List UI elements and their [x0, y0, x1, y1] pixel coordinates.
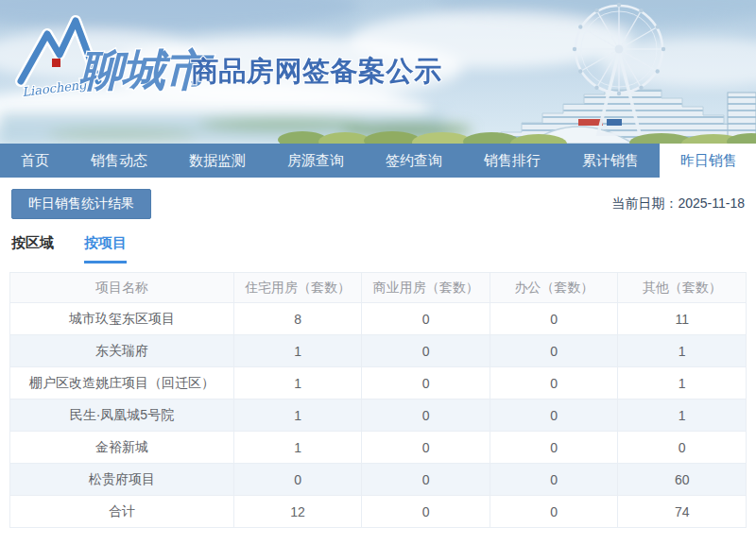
nav-item-data-monitor[interactable]: 数据监测 — [168, 144, 266, 178]
residential-cell: 1 — [233, 367, 362, 400]
commercial-cell: 0 — [362, 464, 490, 496]
other-cell: 1 — [618, 367, 747, 400]
main-nav: 首页 销售动态 数据监测 房源查询 签约查询 销售排行 累计销售 昨日销售 合同… — [0, 144, 756, 178]
project-name-cell: 金裕新城 — [10, 432, 234, 464]
logo-red-square — [52, 59, 60, 67]
site-header-banner: Liaocheng 聊城市 商品房网签备案公示 — [0, 0, 756, 144]
table-row: 东关瑞府 1 0 0 1 — [10, 335, 747, 367]
table-header-row: 项目名称 住宅用房（套数） 商业用房（套数） 办公（套数） 其他（套数） — [10, 273, 747, 303]
residential-cell: 1 — [233, 335, 362, 367]
nav-item-home[interactable]: 首页 — [0, 144, 70, 178]
table-row: 松贵府项目 0 0 0 60 — [10, 464, 747, 496]
total-office-cell: 0 — [490, 496, 618, 528]
tab-by-project[interactable]: 按项目 — [84, 234, 127, 264]
residential-cell: 0 — [233, 464, 362, 496]
table-row: 民生·凤凰城5号院 1 0 0 1 — [10, 400, 747, 432]
office-cell: 0 — [490, 432, 618, 464]
project-name-cell: 城市玖玺东区项目 — [10, 303, 234, 335]
office-cell: 0 — [490, 303, 618, 335]
banner-title: 商品房网签备案公示 — [191, 56, 442, 86]
current-date-value: 2025-11-18 — [678, 196, 745, 211]
sales-result-table: 项目名称 住宅用房（套数） 商业用房（套数） 办公（套数） 其他（套数） 城市玖… — [9, 272, 747, 528]
office-cell: 0 — [490, 464, 618, 496]
nav-item-contract-query[interactable]: 签约查询 — [365, 144, 463, 178]
column-header-residential: 住宅用房（套数） — [233, 273, 362, 303]
project-name-cell: 棚户区改造姚庄项目（回迁区） — [10, 367, 234, 400]
commercial-cell: 0 — [362, 432, 490, 464]
other-cell: 0 — [618, 432, 747, 464]
column-header-other: 其他（套数） — [618, 273, 747, 303]
total-residential-cell: 12 — [233, 496, 362, 528]
column-header-commercial: 商业用房（套数） — [362, 273, 490, 303]
project-name-cell: 松贵府项目 — [10, 464, 234, 496]
nav-item-yesterday-sales[interactable]: 昨日销售 — [660, 144, 756, 178]
table-row: 金裕新城 1 0 0 0 — [10, 432, 747, 464]
project-name-cell: 民生·凤凰城5号院 — [10, 400, 234, 432]
toolbar: 昨日销售统计结果 当前日期：2025-11-18 — [11, 189, 745, 219]
other-cell: 11 — [618, 303, 747, 335]
header-scene: Liaocheng 聊城市 商品房网签备案公示 — [0, 0, 756, 144]
building-sign-blue — [607, 119, 622, 126]
other-cell: 60 — [618, 464, 747, 496]
project-name-cell: 东关瑞府 — [10, 335, 234, 367]
current-date: 当前日期：2025-11-18 — [611, 196, 745, 212]
yesterday-sales-stats-button[interactable]: 昨日销售统计结果 — [11, 189, 151, 219]
office-cell: 0 — [490, 367, 618, 400]
office-cell: 0 — [490, 335, 618, 367]
column-header-office: 办公（套数） — [490, 273, 618, 303]
residential-cell: 8 — [233, 303, 362, 335]
nav-item-sales-ranking[interactable]: 销售排行 — [463, 144, 561, 178]
office-cell: 0 — [490, 400, 618, 432]
commercial-cell: 0 — [362, 303, 490, 335]
table-row: 城市玖玺东区项目 8 0 0 11 — [10, 303, 747, 335]
current-date-label: 当前日期： — [611, 196, 678, 211]
column-header-project-name: 项目名称 — [10, 273, 234, 303]
residential-cell: 1 — [233, 432, 362, 464]
commercial-cell: 0 — [362, 400, 490, 432]
commercial-cell: 0 — [362, 335, 490, 367]
residential-cell: 1 — [233, 400, 362, 432]
table-row: 棚户区改造姚庄项目（回迁区） 1 0 0 1 — [10, 367, 747, 400]
other-cell: 1 — [618, 335, 747, 367]
nav-item-sales-activity[interactable]: 销售动态 — [70, 144, 168, 178]
total-other-cell: 74 — [618, 496, 747, 528]
nav-item-listing-query[interactable]: 房源查询 — [266, 144, 365, 178]
nav-item-cumulative-sales[interactable]: 累计销售 — [561, 144, 660, 178]
total-commercial-cell: 0 — [362, 496, 490, 528]
view-tabs: 按区域 按项目 — [11, 234, 745, 264]
total-label-cell: 合计 — [10, 496, 234, 528]
commercial-cell: 0 — [362, 367, 490, 400]
table-total-row: 合计 12 0 0 74 — [10, 496, 747, 528]
other-cell: 1 — [618, 400, 747, 432]
tab-by-region[interactable]: 按区域 — [11, 234, 54, 264]
